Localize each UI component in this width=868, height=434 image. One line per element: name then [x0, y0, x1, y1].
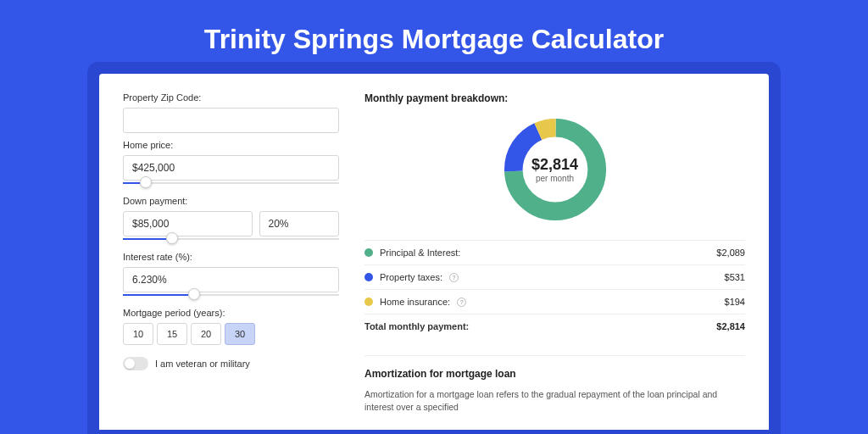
veteran-toggle[interactable] — [123, 357, 148, 370]
interest-label: Interest rate (%): — [123, 252, 339, 262]
down-payment-slider[interactable] — [123, 235, 339, 243]
down-payment-label: Down payment: — [123, 196, 339, 206]
interest-field: Interest rate (%): — [123, 252, 339, 299]
home-price-input[interactable] — [123, 155, 339, 181]
total-label: Total monthly payment: — [364, 321, 469, 331]
slider-thumb[interactable] — [188, 288, 200, 300]
period-btn-20[interactable]: 20 — [191, 323, 221, 345]
line-value: $2,089 — [716, 248, 745, 258]
period-btn-10[interactable]: 10 — [123, 323, 153, 345]
line-taxes: Property taxes: ? $531 — [364, 264, 745, 289]
donut-center: $2,814 per month — [531, 156, 578, 183]
amortization-text: Amortization for a mortgage loan refers … — [364, 388, 745, 413]
dot-icon — [364, 248, 373, 257]
veteran-label: I am veteran or military — [155, 359, 250, 369]
page-title: Trinity Springs Mortgage Calculator — [0, 0, 868, 74]
line-value: $531 — [725, 272, 745, 282]
down-payment-field: Down payment: — [123, 196, 339, 243]
line-principal: Principal & Interest: $2,089 — [364, 240, 745, 264]
amortization-section: Amortization for mortgage loan Amortizat… — [364, 355, 745, 413]
calculator-card: Property Zip Code: Home price: Down paym… — [99, 74, 769, 430]
slider-thumb[interactable] — [140, 176, 152, 188]
donut-amount: $2,814 — [531, 156, 578, 174]
breakdown-title: Monthly payment breakdown: — [364, 92, 745, 104]
donut-chart-area: $2,814 per month — [364, 114, 745, 225]
down-payment-pct-input[interactable] — [259, 211, 340, 236]
donut-period: per month — [531, 174, 578, 183]
zip-label: Property Zip Code: — [123, 92, 339, 103]
interest-input[interactable] — [123, 267, 339, 292]
veteran-row: I am veteran or military — [123, 357, 339, 370]
line-label: Principal & Interest: — [380, 248, 460, 258]
zip-field: Property Zip Code: — [123, 92, 339, 133]
line-label: Property taxes: — [380, 272, 442, 282]
total-value: $2,814 — [716, 321, 745, 331]
info-icon[interactable]: ? — [457, 298, 466, 307]
form-panel: Property Zip Code: Home price: Down paym… — [123, 92, 339, 411]
period-btn-30[interactable]: 30 — [225, 323, 255, 345]
donut-chart: $2,814 per month — [500, 114, 610, 225]
zip-input[interactable] — [123, 108, 339, 133]
period-btn-15[interactable]: 15 — [157, 323, 187, 345]
dot-icon — [364, 273, 373, 281]
info-icon[interactable]: ? — [449, 273, 459, 282]
amortization-title: Amortization for mortgage loan — [364, 368, 745, 380]
dot-icon — [364, 298, 373, 306]
slider-thumb[interactable] — [166, 232, 178, 244]
home-price-label: Home price: — [123, 140, 339, 150]
line-value: $194 — [725, 297, 745, 307]
line-total: Total monthly payment: $2,814 — [364, 314, 745, 338]
period-label: Mortgage period (years): — [123, 308, 339, 318]
home-price-slider[interactable] — [123, 179, 339, 187]
down-payment-input[interactable] — [123, 211, 253, 236]
interest-slider[interactable] — [123, 291, 339, 299]
home-price-field: Home price: — [123, 140, 339, 187]
line-label: Home insurance: — [380, 297, 450, 307]
line-insurance: Home insurance: ? $194 — [364, 289, 745, 314]
period-buttons: 10 15 20 30 — [123, 323, 339, 345]
period-field: Mortgage period (years): 10 15 20 30 — [123, 308, 339, 345]
breakdown-panel: Monthly payment breakdown: $2,814 per mo… — [364, 92, 745, 411]
